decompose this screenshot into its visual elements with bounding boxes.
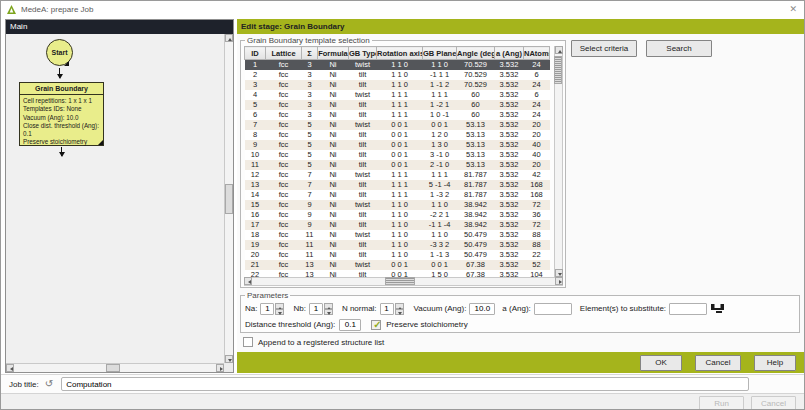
table-cell[interactable]: tilt bbox=[349, 80, 377, 90]
table-cell[interactable]: 5 bbox=[302, 120, 318, 130]
table-cell[interactable]: 36 bbox=[524, 210, 550, 220]
table-row[interactable]: 4fcc3Nitwist1 1 11 1 1603.5326 bbox=[245, 90, 550, 100]
table-cell[interactable]: 7 bbox=[302, 180, 318, 190]
append-structure-checkbox[interactable] bbox=[243, 337, 253, 347]
table-cell[interactable]: fcc bbox=[266, 250, 302, 260]
table-cell[interactable]: 3 bbox=[302, 70, 318, 80]
table-cell[interactable]: 53.13 bbox=[457, 160, 495, 170]
table-row[interactable]: 15fcc9Nitwist1 1 01 1 038.9423.53272 bbox=[245, 200, 550, 210]
table-row[interactable]: 17fcc9Nitilt1 1 0-1 1 -438.9423.53272 bbox=[245, 220, 550, 230]
table-cell[interactable]: 1 1 1 bbox=[377, 110, 423, 120]
table-cell[interactable]: 53.13 bbox=[457, 150, 495, 160]
table-cell[interactable]: 18 bbox=[245, 230, 266, 240]
table-cell[interactable]: 3.532 bbox=[495, 130, 524, 140]
table-cell[interactable]: 9 bbox=[245, 140, 266, 150]
table-cell[interactable]: fcc bbox=[266, 240, 302, 250]
table-cell[interactable]: 53.13 bbox=[457, 130, 495, 140]
table-cell[interactable]: 3.532 bbox=[495, 140, 524, 150]
table-cell[interactable]: 15 bbox=[245, 200, 266, 210]
canvas-horizontal-scrollbar[interactable] bbox=[6, 363, 224, 372]
table-cell[interactable]: 1 1 0 bbox=[377, 200, 423, 210]
column-header[interactable]: GB Type bbox=[349, 47, 377, 60]
table-cell[interactable]: 70.529 bbox=[457, 80, 495, 90]
cancel-button[interactable]: Cancel bbox=[695, 355, 741, 371]
scrollbar-thumb[interactable] bbox=[106, 364, 120, 372]
table-cell[interactable]: tilt bbox=[349, 160, 377, 170]
table-row[interactable]: 11fcc5Nitilt0 0 12 -1 053.133.53220 bbox=[245, 160, 550, 170]
table-cell[interactable]: fcc bbox=[266, 210, 302, 220]
table-cell[interactable]: 24 bbox=[524, 60, 550, 71]
spin-down-icon[interactable] bbox=[395, 309, 404, 315]
table-cell[interactable]: 24 bbox=[524, 80, 550, 90]
table-cell[interactable]: Ni bbox=[318, 70, 349, 80]
scroll-down-icon[interactable] bbox=[555, 269, 563, 277]
scroll-left-icon[interactable] bbox=[6, 364, 14, 372]
table-cell[interactable]: Ni bbox=[318, 180, 349, 190]
node-resize-handle-icon[interactable] bbox=[98, 140, 103, 145]
table-row[interactable]: 9fcc5Nitilt0 0 11 3 053.133.53240 bbox=[245, 140, 550, 150]
table-cell[interactable]: Ni bbox=[318, 100, 349, 110]
table-row[interactable]: 2fcc3Nitilt1 1 0-1 1 170.5293.5326 bbox=[245, 70, 550, 80]
table-cell[interactable]: 20 bbox=[524, 160, 550, 170]
column-header[interactable]: ID bbox=[245, 47, 266, 60]
table-cell[interactable]: 1 0 -1 bbox=[423, 110, 457, 120]
table-cell[interactable]: 3.532 bbox=[495, 70, 524, 80]
table-cell[interactable]: 7 bbox=[302, 190, 318, 200]
column-header[interactable]: NAtoms bbox=[524, 47, 550, 60]
table-cell[interactable]: Ni bbox=[318, 220, 349, 230]
scroll-up-icon[interactable] bbox=[555, 46, 563, 54]
table-row[interactable]: 19fcc11Nitilt1 1 0-3 3 250.4793.53288 bbox=[245, 240, 550, 250]
table-cell[interactable]: twist bbox=[349, 120, 377, 130]
table-cell[interactable]: 13 bbox=[302, 260, 318, 270]
help-button[interactable]: Help bbox=[754, 355, 796, 371]
table-cell[interactable]: tilt bbox=[349, 110, 377, 120]
table-cell[interactable]: 24 bbox=[524, 110, 550, 120]
table-cell[interactable]: 53.13 bbox=[457, 120, 495, 130]
table-cell[interactable]: 5 bbox=[302, 140, 318, 150]
table-cell[interactable]: fcc bbox=[266, 120, 302, 130]
n-normal-spinner[interactable] bbox=[395, 303, 404, 315]
job-title-input[interactable] bbox=[61, 377, 749, 391]
table-cell[interactable]: 21 bbox=[245, 260, 266, 270]
column-header[interactable]: GB Plane bbox=[423, 47, 457, 60]
table-cell[interactable]: fcc bbox=[266, 100, 302, 110]
table-cell[interactable]: -1 1 1 bbox=[423, 70, 457, 80]
column-header[interactable]: Rotation axis bbox=[377, 47, 423, 60]
table-cell[interactable]: 5 bbox=[302, 150, 318, 160]
table-cell[interactable]: fcc bbox=[266, 60, 302, 71]
table-cell[interactable]: tilt bbox=[349, 180, 377, 190]
table-cell[interactable]: fcc bbox=[266, 90, 302, 100]
table-cell[interactable]: tilt bbox=[349, 150, 377, 160]
table-cell[interactable]: 7 bbox=[302, 170, 318, 180]
table-cell[interactable]: 1 1 1 bbox=[377, 180, 423, 190]
table-cell[interactable]: 0 0 1 bbox=[423, 120, 457, 130]
table-cell[interactable]: 5 bbox=[302, 160, 318, 170]
table-cell[interactable]: 3.532 bbox=[495, 60, 524, 71]
table-cell[interactable]: Ni bbox=[318, 250, 349, 260]
table-row[interactable]: 5fcc3Nitilt1 1 11 -2 1603.53224 bbox=[245, 100, 550, 110]
table-cell[interactable]: Ni bbox=[318, 210, 349, 220]
table-cell[interactable]: 3 bbox=[302, 80, 318, 90]
start-node[interactable]: Start bbox=[46, 39, 73, 66]
table-cell[interactable]: -1 1 -4 bbox=[423, 220, 457, 230]
table-cell[interactable]: 3 bbox=[302, 60, 318, 71]
table-cell[interactable]: 11 bbox=[245, 160, 266, 170]
table-cell[interactable]: 3.532 bbox=[495, 250, 524, 260]
table-cell[interactable]: 40 bbox=[524, 150, 550, 160]
table-cell[interactable]: 6 bbox=[524, 90, 550, 100]
table-cell[interactable]: 1 1 0 bbox=[377, 60, 423, 71]
table-row[interactable]: 13fcc7Nitilt1 1 15 -1 -481.7873.532168 bbox=[245, 180, 550, 190]
table-cell[interactable]: 1 1 1 bbox=[377, 90, 423, 100]
table-row[interactable]: 3fcc3Nitilt1 1 01 -1 270.5293.53224 bbox=[245, 80, 550, 90]
run-cancel-button[interactable]: Cancel bbox=[751, 396, 796, 410]
na-spinner[interactable] bbox=[275, 303, 284, 315]
table-cell[interactable]: 2 -1 0 bbox=[423, 160, 457, 170]
table-cell[interactable]: fcc bbox=[266, 70, 302, 80]
table-cell[interactable]: Ni bbox=[318, 230, 349, 240]
table-cell[interactable]: 5 bbox=[302, 130, 318, 140]
column-header[interactable]: Angle (deg) bbox=[457, 47, 495, 60]
table-cell[interactable]: 1 1 0 bbox=[423, 200, 457, 210]
table-cell[interactable]: 53.13 bbox=[457, 140, 495, 150]
run-button[interactable]: Run bbox=[699, 396, 744, 410]
table-cell[interactable]: 0 0 1 bbox=[377, 140, 423, 150]
